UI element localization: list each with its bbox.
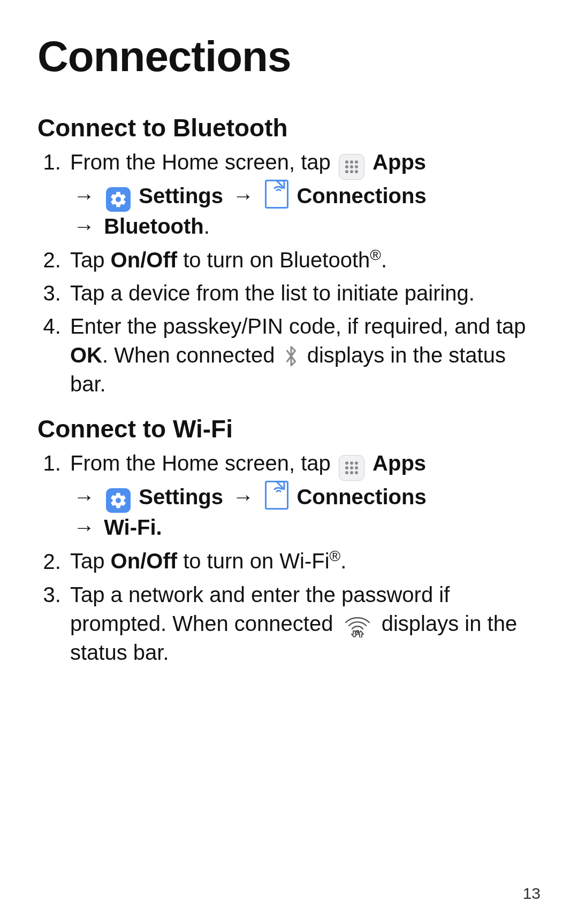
connections-icon bbox=[265, 481, 288, 510]
apps-label: Apps bbox=[372, 451, 426, 475]
text: From the Home screen, tap bbox=[70, 451, 337, 475]
svg-point-8 bbox=[355, 170, 358, 173]
settings-label: Settings bbox=[139, 485, 223, 509]
arrow-icon: → bbox=[73, 212, 95, 241]
onoff-label: On/Off bbox=[111, 550, 177, 573]
onoff-label: On/Off bbox=[111, 248, 177, 272]
svg-point-15 bbox=[345, 471, 348, 474]
registered-mark: ® bbox=[330, 548, 341, 564]
settings-icon bbox=[106, 488, 131, 513]
text: From the Home screen, tap bbox=[70, 150, 337, 174]
svg-point-10 bbox=[350, 461, 353, 465]
arrow-icon: → bbox=[73, 181, 95, 210]
text: . When connected bbox=[102, 343, 281, 367]
page-title: Connections bbox=[37, 32, 541, 81]
svg-point-0 bbox=[345, 160, 348, 164]
wifi-label: Wi-Fi. bbox=[104, 515, 162, 539]
arrow-icon: → bbox=[232, 482, 254, 511]
text: . bbox=[381, 248, 387, 272]
bluetooth-statusbar-icon bbox=[283, 345, 299, 366]
bt-step-4: Enter the passkey/PIN code, if required,… bbox=[67, 312, 541, 398]
svg-point-18 bbox=[356, 630, 359, 633]
text: to turn on Bluetooth bbox=[177, 248, 370, 272]
text: Tap a device from the list to initiate p… bbox=[70, 281, 475, 305]
text: to turn on Wi-Fi bbox=[177, 550, 330, 573]
text: . bbox=[340, 550, 346, 573]
manual-page: Connections Connect to Bluetooth From th… bbox=[0, 0, 578, 924]
section-heading-wifi: Connect to Wi-Fi bbox=[37, 414, 541, 443]
svg-point-1 bbox=[350, 160, 353, 164]
svg-point-7 bbox=[350, 170, 353, 173]
wf-step-1: From the Home screen, tap Apps → Setti bbox=[67, 449, 541, 542]
bluetooth-label: Bluetooth bbox=[104, 214, 204, 238]
connections-label: Connections bbox=[296, 485, 426, 509]
svg-point-16 bbox=[350, 471, 353, 474]
text: Enter the passkey/PIN code, if required,… bbox=[70, 314, 526, 338]
wifi-statusbar-icon bbox=[343, 612, 372, 637]
apps-icon bbox=[339, 154, 364, 180]
text: . bbox=[204, 214, 210, 238]
steps-wifi: From the Home screen, tap Apps → Setti bbox=[37, 449, 541, 666]
text: Tap bbox=[70, 248, 111, 272]
connections-icon bbox=[265, 180, 288, 209]
svg-point-6 bbox=[345, 170, 348, 173]
wf-step-3: Tap a network and enter the password if … bbox=[67, 580, 541, 667]
settings-icon bbox=[106, 187, 131, 212]
section-heading-bluetooth: Connect to Bluetooth bbox=[37, 113, 541, 142]
settings-label: Settings bbox=[139, 184, 223, 207]
arrow-icon: → bbox=[232, 181, 254, 210]
page-number: 13 bbox=[523, 884, 541, 903]
svg-point-5 bbox=[355, 165, 358, 168]
connections-label: Connections bbox=[296, 184, 426, 207]
svg-point-11 bbox=[355, 461, 358, 465]
bt-step-1: From the Home screen, tap Apps → Setti bbox=[67, 148, 541, 241]
svg-point-14 bbox=[355, 466, 358, 469]
arrow-icon: → bbox=[73, 513, 95, 542]
apps-icon bbox=[339, 455, 364, 481]
registered-mark: ® bbox=[370, 247, 381, 263]
text: Tap bbox=[70, 550, 111, 573]
steps-bluetooth: From the Home screen, tap Apps → Setti bbox=[37, 148, 541, 398]
apps-label: Apps bbox=[372, 150, 426, 174]
bt-step-2: Tap On/Off to turn on Bluetooth®. bbox=[67, 245, 541, 274]
svg-point-3 bbox=[345, 165, 348, 168]
svg-point-13 bbox=[350, 466, 353, 469]
ok-label: OK bbox=[70, 343, 102, 367]
svg-point-12 bbox=[345, 466, 348, 469]
wf-step-2: Tap On/Off to turn on Wi-Fi®. bbox=[67, 546, 541, 575]
bt-step-3: Tap a device from the list to initiate p… bbox=[67, 279, 541, 307]
svg-point-17 bbox=[355, 471, 358, 474]
svg-point-2 bbox=[355, 160, 358, 164]
svg-point-9 bbox=[345, 461, 348, 465]
arrow-icon: → bbox=[73, 482, 95, 511]
svg-point-4 bbox=[350, 165, 353, 168]
